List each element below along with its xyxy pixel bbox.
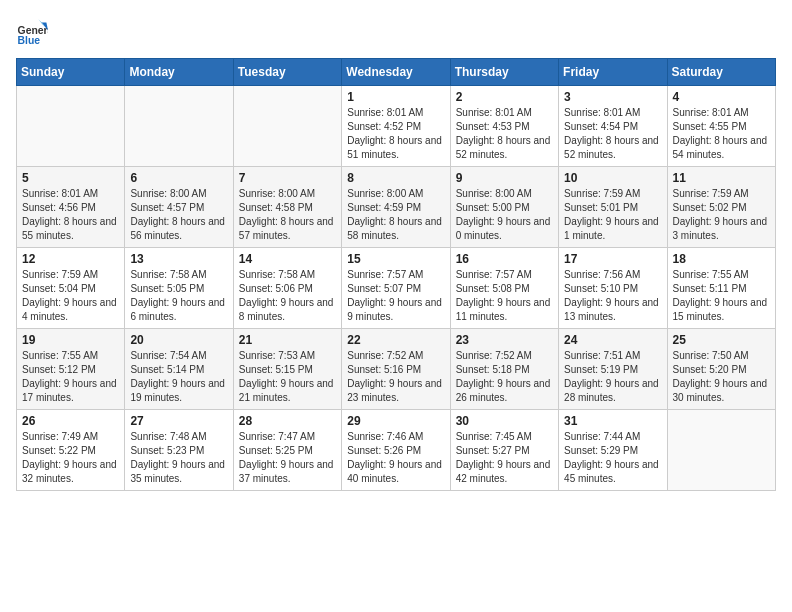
calendar-cell: 23Sunrise: 7:52 AM Sunset: 5:18 PM Dayli…	[450, 329, 558, 410]
calendar-cell: 31Sunrise: 7:44 AM Sunset: 5:29 PM Dayli…	[559, 410, 667, 491]
calendar-cell: 16Sunrise: 7:57 AM Sunset: 5:08 PM Dayli…	[450, 248, 558, 329]
day-info: Sunrise: 7:59 AM Sunset: 5:01 PM Dayligh…	[564, 187, 661, 243]
logo-icon: General Blue	[16, 16, 48, 48]
day-number: 20	[130, 333, 227, 347]
day-info: Sunrise: 8:01 AM Sunset: 4:56 PM Dayligh…	[22, 187, 119, 243]
calendar-cell: 28Sunrise: 7:47 AM Sunset: 5:25 PM Dayli…	[233, 410, 341, 491]
day-number: 16	[456, 252, 553, 266]
calendar-cell: 6Sunrise: 8:00 AM Sunset: 4:57 PM Daylig…	[125, 167, 233, 248]
logo: General Blue	[16, 16, 52, 48]
day-info: Sunrise: 8:01 AM Sunset: 4:55 PM Dayligh…	[673, 106, 770, 162]
day-number: 2	[456, 90, 553, 104]
day-info: Sunrise: 7:46 AM Sunset: 5:26 PM Dayligh…	[347, 430, 444, 486]
calendar-cell: 11Sunrise: 7:59 AM Sunset: 5:02 PM Dayli…	[667, 167, 775, 248]
day-info: Sunrise: 7:58 AM Sunset: 5:05 PM Dayligh…	[130, 268, 227, 324]
day-info: Sunrise: 7:59 AM Sunset: 5:02 PM Dayligh…	[673, 187, 770, 243]
day-number: 3	[564, 90, 661, 104]
calendar-cell: 24Sunrise: 7:51 AM Sunset: 5:19 PM Dayli…	[559, 329, 667, 410]
day-info: Sunrise: 8:00 AM Sunset: 5:00 PM Dayligh…	[456, 187, 553, 243]
day-info: Sunrise: 8:01 AM Sunset: 4:54 PM Dayligh…	[564, 106, 661, 162]
weekday-header-wednesday: Wednesday	[342, 59, 450, 86]
weekday-header-monday: Monday	[125, 59, 233, 86]
day-number: 21	[239, 333, 336, 347]
calendar-week-row: 26Sunrise: 7:49 AM Sunset: 5:22 PM Dayli…	[17, 410, 776, 491]
calendar-week-row: 12Sunrise: 7:59 AM Sunset: 5:04 PM Dayli…	[17, 248, 776, 329]
calendar-cell: 9Sunrise: 8:00 AM Sunset: 5:00 PM Daylig…	[450, 167, 558, 248]
weekday-header-sunday: Sunday	[17, 59, 125, 86]
day-info: Sunrise: 7:50 AM Sunset: 5:20 PM Dayligh…	[673, 349, 770, 405]
calendar-cell: 20Sunrise: 7:54 AM Sunset: 5:14 PM Dayli…	[125, 329, 233, 410]
day-number: 9	[456, 171, 553, 185]
day-number: 19	[22, 333, 119, 347]
day-info: Sunrise: 8:00 AM Sunset: 4:59 PM Dayligh…	[347, 187, 444, 243]
day-number: 23	[456, 333, 553, 347]
day-info: Sunrise: 8:01 AM Sunset: 4:53 PM Dayligh…	[456, 106, 553, 162]
day-number: 29	[347, 414, 444, 428]
calendar-cell: 3Sunrise: 8:01 AM Sunset: 4:54 PM Daylig…	[559, 86, 667, 167]
calendar-cell: 1Sunrise: 8:01 AM Sunset: 4:52 PM Daylig…	[342, 86, 450, 167]
calendar-cell: 15Sunrise: 7:57 AM Sunset: 5:07 PM Dayli…	[342, 248, 450, 329]
calendar-cell: 7Sunrise: 8:00 AM Sunset: 4:58 PM Daylig…	[233, 167, 341, 248]
calendar-cell: 18Sunrise: 7:55 AM Sunset: 5:11 PM Dayli…	[667, 248, 775, 329]
day-number: 30	[456, 414, 553, 428]
calendar-cell	[667, 410, 775, 491]
calendar-cell	[125, 86, 233, 167]
calendar-cell: 17Sunrise: 7:56 AM Sunset: 5:10 PM Dayli…	[559, 248, 667, 329]
day-number: 22	[347, 333, 444, 347]
day-number: 15	[347, 252, 444, 266]
calendar-cell: 5Sunrise: 8:01 AM Sunset: 4:56 PM Daylig…	[17, 167, 125, 248]
day-number: 4	[673, 90, 770, 104]
day-number: 7	[239, 171, 336, 185]
calendar-cell: 8Sunrise: 8:00 AM Sunset: 4:59 PM Daylig…	[342, 167, 450, 248]
calendar-cell	[17, 86, 125, 167]
calendar-cell: 19Sunrise: 7:55 AM Sunset: 5:12 PM Dayli…	[17, 329, 125, 410]
day-info: Sunrise: 7:57 AM Sunset: 5:07 PM Dayligh…	[347, 268, 444, 324]
day-number: 8	[347, 171, 444, 185]
day-info: Sunrise: 7:57 AM Sunset: 5:08 PM Dayligh…	[456, 268, 553, 324]
weekday-header-row: SundayMondayTuesdayWednesdayThursdayFrid…	[17, 59, 776, 86]
day-number: 12	[22, 252, 119, 266]
day-number: 28	[239, 414, 336, 428]
day-info: Sunrise: 7:59 AM Sunset: 5:04 PM Dayligh…	[22, 268, 119, 324]
day-number: 6	[130, 171, 227, 185]
day-number: 25	[673, 333, 770, 347]
day-info: Sunrise: 7:52 AM Sunset: 5:18 PM Dayligh…	[456, 349, 553, 405]
day-number: 14	[239, 252, 336, 266]
day-info: Sunrise: 7:47 AM Sunset: 5:25 PM Dayligh…	[239, 430, 336, 486]
day-info: Sunrise: 7:55 AM Sunset: 5:12 PM Dayligh…	[22, 349, 119, 405]
calendar-cell: 22Sunrise: 7:52 AM Sunset: 5:16 PM Dayli…	[342, 329, 450, 410]
weekday-header-thursday: Thursday	[450, 59, 558, 86]
calendar-cell: 2Sunrise: 8:01 AM Sunset: 4:53 PM Daylig…	[450, 86, 558, 167]
calendar-cell: 13Sunrise: 7:58 AM Sunset: 5:05 PM Dayli…	[125, 248, 233, 329]
calendar-week-row: 5Sunrise: 8:01 AM Sunset: 4:56 PM Daylig…	[17, 167, 776, 248]
day-info: Sunrise: 7:49 AM Sunset: 5:22 PM Dayligh…	[22, 430, 119, 486]
day-info: Sunrise: 8:00 AM Sunset: 4:57 PM Dayligh…	[130, 187, 227, 243]
svg-text:General: General	[18, 25, 48, 36]
day-number: 1	[347, 90, 444, 104]
day-info: Sunrise: 8:01 AM Sunset: 4:52 PM Dayligh…	[347, 106, 444, 162]
day-info: Sunrise: 7:48 AM Sunset: 5:23 PM Dayligh…	[130, 430, 227, 486]
day-info: Sunrise: 7:54 AM Sunset: 5:14 PM Dayligh…	[130, 349, 227, 405]
page-header: General Blue	[16, 16, 776, 48]
weekday-header-saturday: Saturday	[667, 59, 775, 86]
day-info: Sunrise: 7:45 AM Sunset: 5:27 PM Dayligh…	[456, 430, 553, 486]
day-info: Sunrise: 7:56 AM Sunset: 5:10 PM Dayligh…	[564, 268, 661, 324]
day-info: Sunrise: 7:51 AM Sunset: 5:19 PM Dayligh…	[564, 349, 661, 405]
day-number: 5	[22, 171, 119, 185]
calendar-cell: 10Sunrise: 7:59 AM Sunset: 5:01 PM Dayli…	[559, 167, 667, 248]
calendar-week-row: 19Sunrise: 7:55 AM Sunset: 5:12 PM Dayli…	[17, 329, 776, 410]
calendar-cell	[233, 86, 341, 167]
calendar-cell: 27Sunrise: 7:48 AM Sunset: 5:23 PM Dayli…	[125, 410, 233, 491]
day-number: 27	[130, 414, 227, 428]
calendar-cell: 4Sunrise: 8:01 AM Sunset: 4:55 PM Daylig…	[667, 86, 775, 167]
calendar-cell: 25Sunrise: 7:50 AM Sunset: 5:20 PM Dayli…	[667, 329, 775, 410]
day-number: 10	[564, 171, 661, 185]
calendar-cell: 12Sunrise: 7:59 AM Sunset: 5:04 PM Dayli…	[17, 248, 125, 329]
day-number: 26	[22, 414, 119, 428]
day-info: Sunrise: 7:44 AM Sunset: 5:29 PM Dayligh…	[564, 430, 661, 486]
day-info: Sunrise: 7:58 AM Sunset: 5:06 PM Dayligh…	[239, 268, 336, 324]
calendar-cell: 26Sunrise: 7:49 AM Sunset: 5:22 PM Dayli…	[17, 410, 125, 491]
svg-text:Blue: Blue	[18, 35, 41, 46]
weekday-header-friday: Friday	[559, 59, 667, 86]
calendar-cell: 30Sunrise: 7:45 AM Sunset: 5:27 PM Dayli…	[450, 410, 558, 491]
